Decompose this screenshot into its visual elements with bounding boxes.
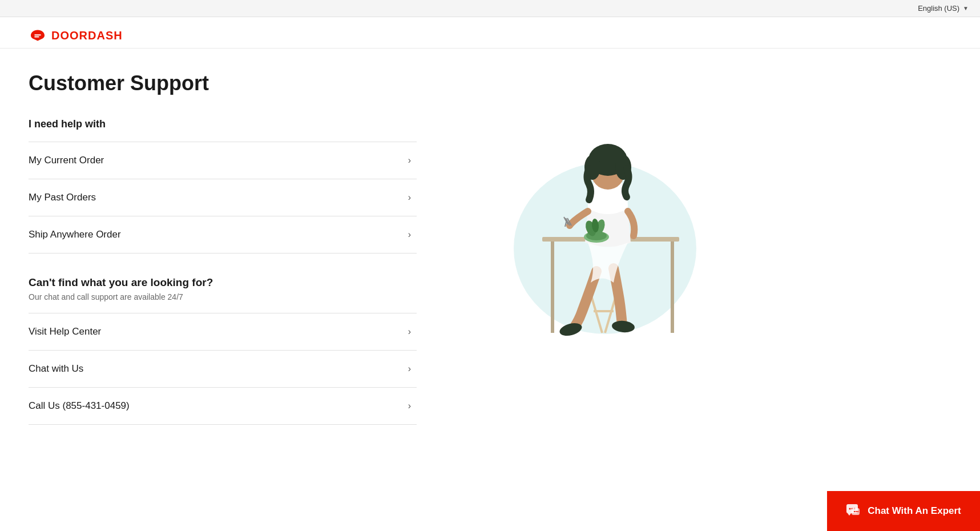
header: DOORDASH (0, 17, 980, 49)
menu-item-help-center[interactable]: Visit Help Center › (29, 313, 417, 351)
cant-find-subtitle: Our chat and call support are available … (29, 292, 428, 301)
menu-item-past-orders[interactable]: My Past Orders › (29, 179, 417, 216)
left-section: Customer Support I need help with My Cur… (29, 71, 428, 425)
svg-point-30 (857, 511, 858, 512)
chevron-right-icon: › (408, 401, 411, 411)
menu-item-label: Call Us (855-431-0459) (29, 400, 130, 412)
menu-item-label: Chat with Us (29, 363, 83, 375)
menu-item-label: My Current Order (29, 155, 104, 166)
menu-item-chat-with-us[interactable]: Chat with Us › (29, 351, 417, 388)
chat-expert-button[interactable]: Chat With An Expert (827, 491, 980, 531)
cant-find-title: Can't find what you are looking for? (29, 276, 428, 289)
svg-rect-2 (551, 242, 554, 333)
svg-point-29 (856, 511, 857, 512)
section-break (29, 254, 428, 276)
menu-item-call-us[interactable]: Call Us (855-431-0459) › (29, 388, 417, 425)
chevron-right-icon: › (408, 230, 411, 240)
language-selector[interactable]: English (US) ▼ (918, 4, 969, 13)
svg-point-24 (849, 508, 851, 510)
language-label: English (US) (918, 4, 959, 13)
main-content: Customer Support I need help with My Cur… (0, 49, 799, 448)
cant-find-section: Can't find what you are looking for? Our… (29, 276, 428, 301)
chat-bubble-icon (846, 504, 861, 518)
svg-point-28 (854, 511, 855, 512)
right-section (428, 71, 771, 425)
logo[interactable]: DOORDASH (29, 29, 951, 42)
chevron-right-icon: › (408, 327, 411, 337)
support-menu-list: Visit Help Center › Chat with Us › Call … (29, 313, 417, 425)
chat-expert-label: Chat With An Expert (868, 505, 961, 517)
top-bar: English (US) ▼ (0, 0, 980, 17)
illustration (491, 106, 708, 345)
menu-item-ship-anywhere[interactable]: Ship Anywhere Order › (29, 216, 417, 254)
page-title: Customer Support (29, 71, 428, 95)
chevron-down-icon: ▼ (963, 5, 969, 11)
chevron-right-icon: › (408, 192, 411, 203)
chevron-right-icon: › (408, 364, 411, 374)
help-menu-list: My Current Order › My Past Orders › Ship… (29, 142, 417, 254)
chevron-right-icon: › (408, 155, 411, 166)
menu-item-current-order[interactable]: My Current Order › (29, 142, 417, 179)
help-heading: I need help with (29, 118, 428, 130)
svg-rect-3 (671, 242, 674, 333)
menu-item-label: Ship Anywhere Order (29, 229, 121, 240)
doordash-logo-icon (29, 29, 47, 42)
logo-text: DOORDASH (51, 29, 123, 42)
menu-item-label: My Past Orders (29, 192, 96, 203)
menu-item-label: Visit Help Center (29, 326, 101, 337)
